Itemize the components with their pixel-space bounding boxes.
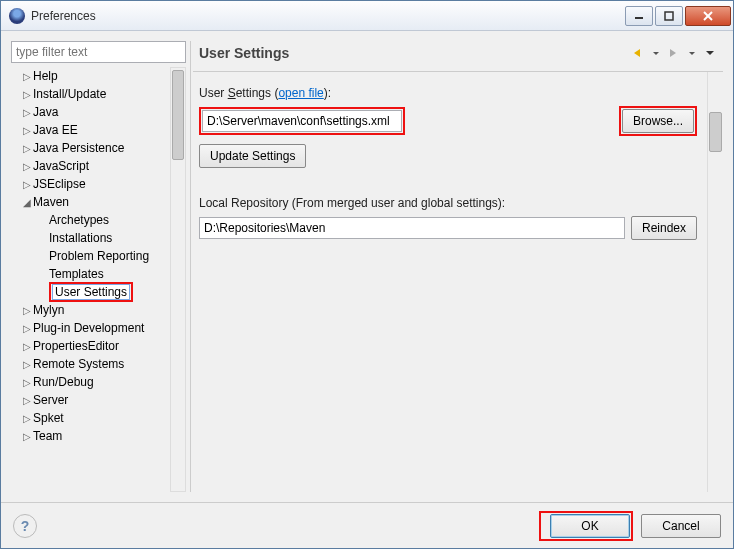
tree-item[interactable]: User Settings [11,283,170,301]
tree-item[interactable]: ▷Java Persistence [11,139,170,157]
tree-item[interactable]: ▷Team [11,427,170,445]
body: ▷Help▷Install/Update▷Java▷Java EE▷Java P… [1,31,733,502]
back-menu-icon[interactable] [647,45,663,61]
expand-icon[interactable]: ▷ [21,323,33,334]
tree-item-label: Remote Systems [33,357,124,371]
tree-item-label: Installations [49,231,112,245]
forward-icon[interactable] [665,45,681,61]
tree-item[interactable]: ▷Spket [11,409,170,427]
tree-item-label: Run/Debug [33,375,94,389]
tree-item-label: Spket [33,411,64,425]
expand-icon[interactable]: ▷ [21,143,33,154]
browse-button[interactable]: Browse... [622,109,694,133]
expand-icon[interactable]: ▷ [21,125,33,136]
tree-item-label: Install/Update [33,87,106,101]
titlebar[interactable]: Preferences [1,1,733,31]
filter-input[interactable] [11,41,186,63]
ok-button[interactable]: OK [550,514,630,538]
tree-item[interactable]: ▷JSEclipse [11,175,170,193]
expand-icon[interactable]: ▷ [21,341,33,352]
nav-icons [629,45,717,61]
tree-item[interactable]: Problem Reporting [11,247,170,265]
content-scrollbar[interactable] [707,72,723,492]
tree-item-label: Maven [33,195,69,209]
scrollbar-thumb[interactable] [172,70,184,160]
tree-item[interactable]: ▷Java EE [11,121,170,139]
collapse-icon[interactable]: ◢ [21,197,33,208]
tree-item[interactable]: ▷Install/Update [11,85,170,103]
help-button[interactable]: ? [13,514,37,538]
tree-scrollbar[interactable] [170,67,186,492]
tree-item-label: JavaScript [33,159,89,173]
tree-item[interactable]: ▷PropertiesEditor [11,337,170,355]
expand-icon[interactable]: ▷ [21,413,33,424]
content: User Settings (open file): Browse... Upd… [193,72,723,492]
preferences-tree[interactable]: ▷Help▷Install/Update▷Java▷Java EE▷Java P… [11,67,170,492]
tree-item[interactable]: Templates [11,265,170,283]
highlight-box: OK [539,511,633,541]
tree-item[interactable]: ▷Remote Systems [11,355,170,373]
tree-item-label: Java [33,105,58,119]
expand-icon[interactable]: ▷ [21,395,33,406]
tree-item-label: Problem Reporting [49,249,149,263]
expand-icon[interactable]: ▷ [21,71,33,82]
tree-item[interactable]: ▷Server [11,391,170,409]
minimize-button[interactable] [625,6,653,26]
left-panel: ▷Help▷Install/Update▷Java▷Java EE▷Java P… [11,41,191,492]
tree-item-label: Java EE [33,123,78,137]
user-settings-label: User Settings (open file): [199,86,717,100]
tree-item-label: Archetypes [49,213,109,227]
tree-item-label: PropertiesEditor [33,339,119,353]
tree-item-label: Team [33,429,62,443]
tree-item[interactable]: Installations [11,229,170,247]
expand-icon[interactable]: ▷ [21,359,33,370]
expand-icon[interactable]: ▷ [21,431,33,442]
tree-wrap: ▷Help▷Install/Update▷Java▷Java EE▷Java P… [11,67,186,492]
highlight-box [199,107,405,135]
tree-item[interactable]: ▷JavaScript [11,157,170,175]
window-title: Preferences [31,9,625,23]
right-panel: User Settings User Settings (open file): [193,41,723,492]
tree-item-label: Templates [49,267,104,281]
tree-item[interactable]: ▷Java [11,103,170,121]
tree-item-label: Mylyn [33,303,64,317]
tree-item[interactable]: Archetypes [11,211,170,229]
maximize-button[interactable] [655,6,683,26]
tree-item-label: Plug-in Development [33,321,144,335]
window-buttons [625,6,731,26]
tree-item[interactable]: ▷Plug-in Development [11,319,170,337]
close-button[interactable] [685,6,731,26]
tree-item[interactable]: ▷Help [11,67,170,85]
expand-icon[interactable]: ▷ [21,161,33,172]
back-icon[interactable] [629,45,645,61]
update-settings-button[interactable]: Update Settings [199,144,306,168]
tree-item[interactable]: ◢Maven [11,193,170,211]
open-file-link[interactable]: open file [278,86,323,100]
tree-item[interactable]: ▷Run/Debug [11,373,170,391]
cancel-button[interactable]: Cancel [641,514,721,538]
user-settings-input[interactable] [202,110,402,132]
expand-icon[interactable]: ▷ [21,89,33,100]
tree-item[interactable]: ▷Mylyn [11,301,170,319]
forward-menu-icon[interactable] [683,45,699,61]
eclipse-icon [9,8,25,24]
expand-icon[interactable]: ▷ [21,377,33,388]
expand-icon[interactable]: ▷ [21,179,33,190]
svg-rect-1 [665,12,673,20]
tree-item-label: Java Persistence [33,141,124,155]
local-repo-label: Local Repository (From merged user and g… [199,196,717,210]
expand-icon[interactable]: ▷ [21,305,33,316]
tree-item-label: Server [33,393,68,407]
tree-item-label: Help [33,69,58,83]
highlight-box: Browse... [619,106,697,136]
reindex-button[interactable]: Reindex [631,216,697,240]
view-menu-icon[interactable] [701,45,717,61]
tree-item-label: User Settings [52,284,130,300]
page-title: User Settings [199,45,629,61]
highlight-box: User Settings [49,282,133,302]
expand-icon[interactable]: ▷ [21,107,33,118]
local-repo-input[interactable] [199,217,625,239]
tree-item-label: JSEclipse [33,177,86,191]
page-header: User Settings [193,41,723,72]
scrollbar-thumb[interactable] [709,112,722,152]
